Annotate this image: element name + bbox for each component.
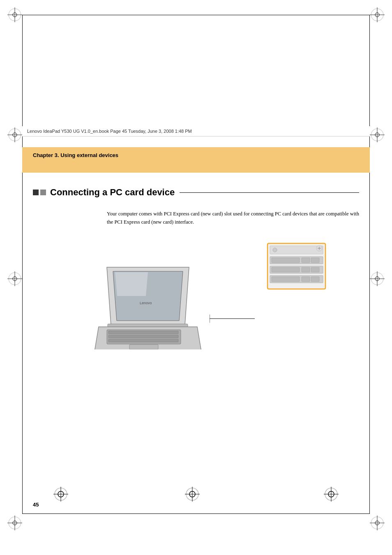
section-title-line <box>180 192 359 193</box>
section-squares <box>33 190 46 195</box>
page-number: 45 <box>33 502 39 508</box>
svg-rect-62 <box>272 267 300 272</box>
svg-point-56 <box>273 248 277 252</box>
laptop-illustration: Lenovo <box>82 251 214 349</box>
reg-mark-mid-left <box>7 127 22 142</box>
pc-card-closeup <box>267 243 326 290</box>
svg-rect-49 <box>129 345 158 349</box>
svg-rect-68 <box>311 277 319 282</box>
page-border-bottom <box>22 513 370 514</box>
body-text: Your computer comes with PCI Express car… <box>107 210 359 226</box>
svg-rect-47 <box>108 335 178 338</box>
svg-rect-46 <box>108 331 178 334</box>
reg-mark-mid-right <box>370 127 385 142</box>
svg-rect-55 <box>270 246 323 254</box>
section-square-2 <box>40 190 46 195</box>
reg-mark-mid-left-2 <box>7 271 22 286</box>
chapter-header-bg <box>22 147 370 173</box>
section-square-1 <box>33 190 39 195</box>
svg-rect-58 <box>272 258 300 263</box>
file-info-bar: Lenovo IdeaPad Y530 UG V1.0_en.book Page… <box>22 126 370 136</box>
reg-mark-mid-right-2 <box>370 271 385 286</box>
reg-mark-inner-bot-mid <box>185 487 200 502</box>
connector-line-svg <box>210 310 255 327</box>
reg-mark-bot-left <box>7 516 22 530</box>
reg-mark-bot-right <box>370 516 385 530</box>
section-heading-area: Connecting a PC card device <box>33 187 359 198</box>
page-border-left <box>22 15 23 514</box>
svg-rect-66 <box>272 277 300 282</box>
svg-rect-63 <box>302 267 310 272</box>
reg-mark-inner-bot-right <box>324 487 339 502</box>
page-border-right <box>369 15 370 514</box>
svg-text:Lenovo: Lenovo <box>140 301 152 305</box>
section-title: Connecting a PC card device <box>50 187 175 198</box>
reg-mark-top-right <box>370 7 385 22</box>
svg-rect-59 <box>302 258 310 263</box>
chapter-header-text: Chapter 3. Using external devices <box>33 152 118 158</box>
svg-rect-67 <box>302 277 310 282</box>
reg-mark-top-left <box>7 7 22 22</box>
page-border-top <box>22 15 370 15</box>
file-info-text: Lenovo IdeaPad Y530 UG V1.0_en.book Page… <box>27 129 192 134</box>
svg-rect-48 <box>108 339 178 342</box>
illustration-area: Lenovo <box>82 243 326 358</box>
svg-rect-60 <box>311 258 319 263</box>
svg-rect-64 <box>311 267 319 272</box>
reg-mark-inner-bot-left <box>53 487 68 502</box>
